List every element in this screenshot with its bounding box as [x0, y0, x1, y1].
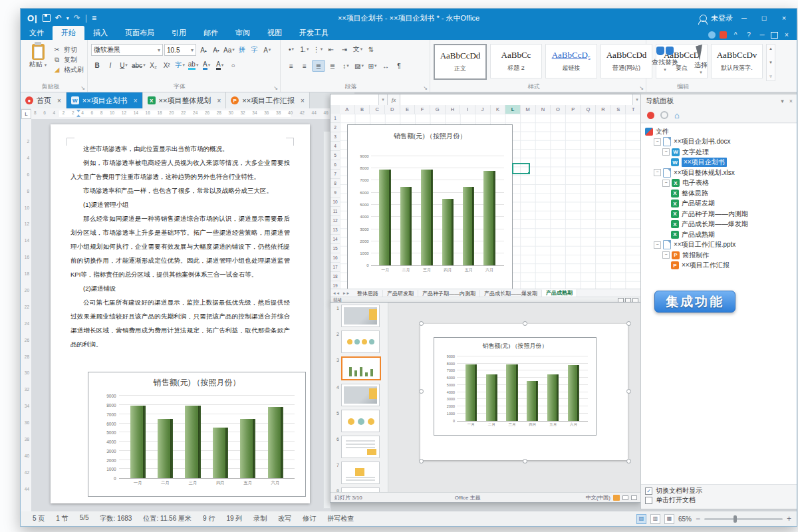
- status-item[interactable]: 改写: [278, 514, 291, 523]
- format-painter-button[interactable]: ◢格式刷: [53, 65, 84, 74]
- column-header-R[interactable]: R: [596, 105, 611, 114]
- selection-handle[interactable]: [626, 459, 631, 464]
- undo-icon[interactable]: ↶: [55, 13, 62, 23]
- paste-button[interactable]: 粘贴 ▾: [25, 44, 51, 69]
- text-highlight-icon[interactable]: ab▾: [188, 60, 200, 70]
- tree-item[interactable]: −××项目企划书.docx: [641, 137, 797, 148]
- slide-thumbnail-2[interactable]: 2: [334, 331, 385, 353]
- help-icon[interactable]: ?: [744, 31, 753, 39]
- tree-item[interactable]: W××项目企划书: [641, 158, 797, 168]
- collapse-node-icon[interactable]: −: [654, 241, 661, 249]
- tree-item[interactable]: −××项目工作汇报.pptx: [641, 240, 797, 251]
- notes-icon[interactable]: [613, 495, 620, 501]
- zoom-in-icon[interactable]: +: [787, 514, 791, 523]
- slide-thumbnail-3[interactable]: 3: [334, 356, 385, 380]
- sales-chart-word[interactable]: 销售额(元) （按照月份）010002000300040005000600070…: [88, 372, 306, 497]
- bold-icon[interactable]: B: [91, 60, 103, 70]
- row-header-6[interactable]: 6: [331, 160, 340, 170]
- sheet-tab-产品研发期[interactable]: 产品研发期: [383, 290, 418, 297]
- shading-icon[interactable]: ▨▾: [353, 61, 365, 71]
- selected-cell[interactable]: [512, 163, 530, 174]
- row-header-1[interactable]: 1: [331, 114, 340, 123]
- column-header-M[interactable]: M: [521, 105, 536, 114]
- status-item[interactable]: 录制: [253, 514, 267, 523]
- nav-close-icon[interactable]: ×: [789, 98, 793, 104]
- row-header-4[interactable]: 4: [331, 142, 340, 151]
- tree-item-label[interactable]: 产品种子期——内测期: [682, 209, 748, 219]
- column-header-Q[interactable]: Q: [581, 105, 597, 114]
- column-headers[interactable]: ABCDEFGHIJKLMNOPQRST: [340, 105, 641, 114]
- column-header-T[interactable]: T: [626, 105, 641, 114]
- borders-icon[interactable]: ⊞▾: [366, 61, 378, 71]
- ribbon-tab-邮件[interactable]: 邮件: [195, 26, 227, 40]
- nav-option[interactable]: ✓切换文档时显示: [645, 486, 793, 495]
- tree-item[interactable]: −××项目整体规划.xlsx: [641, 168, 797, 178]
- char-shading-icon[interactable]: A▾: [214, 60, 226, 70]
- tree-item-label[interactable]: 产品成熟期: [682, 230, 715, 239]
- slide-thumbnail-6[interactable]: 6: [334, 436, 385, 458]
- zoom-out-icon[interactable]: −: [696, 514, 700, 523]
- zoom-slider-thumb[interactable]: [733, 515, 737, 523]
- slide-thumbnail-1[interactable]: 1: [334, 305, 385, 327]
- close-tab-icon[interactable]: ×: [57, 97, 61, 104]
- ribbon-tab-视图[interactable]: 视图: [259, 26, 291, 40]
- share-icon[interactable]: [708, 31, 716, 39]
- styles-dialog-launcher[interactable]: ↘: [639, 85, 644, 91]
- char-border-icon[interactable]: 字: [249, 45, 261, 55]
- ribbon-tab-插入[interactable]: 插入: [84, 26, 116, 40]
- column-header-E[interactable]: E: [400, 105, 416, 114]
- tree-item-label[interactable]: ××项目工作汇报: [682, 261, 730, 270]
- clipboard-dialog-launcher[interactable]: ↘: [80, 85, 85, 91]
- row-header-2[interactable]: 2: [331, 123, 340, 132]
- column-header-I[interactable]: I: [460, 105, 475, 114]
- paragraph-dialog-launcher[interactable]: ↘: [423, 85, 428, 91]
- row-header-12[interactable]: 12: [331, 216, 340, 225]
- selection-handle[interactable]: [523, 459, 527, 464]
- tree-item-label[interactable]: 简报制作: [682, 251, 709, 260]
- checkbox-icon[interactable]: ✓: [645, 487, 652, 495]
- tree-item[interactable]: X产品研发期: [641, 199, 797, 209]
- document-tab-ppt[interactable]: P××项目工作汇报×: [226, 92, 310, 108]
- column-header-N[interactable]: N: [536, 105, 551, 114]
- row-header-9[interactable]: 9: [331, 188, 340, 198]
- row-header-7[interactable]: 7: [331, 170, 340, 179]
- asian-layout-icon[interactable]: 文▾: [352, 44, 364, 55]
- activity-icon[interactable]: [720, 31, 727, 39]
- close-tab-icon[interactable]: ×: [217, 97, 221, 104]
- login-status[interactable]: 未登录: [711, 13, 733, 23]
- status-item[interactable]: 修订: [303, 514, 316, 523]
- row-header-16[interactable]: 16: [331, 253, 340, 263]
- page-setup-icon[interactable]: ↔: [380, 61, 392, 71]
- collapse-node-icon[interactable]: −: [654, 138, 661, 146]
- strikethrough-icon[interactable]: abc▾: [131, 60, 146, 70]
- status-item[interactable]: 5/5: [80, 514, 89, 523]
- tree-item-label[interactable]: 文字处理: [682, 148, 709, 157]
- ppt-view-sorter-icon[interactable]: [631, 495, 637, 500]
- column-header-C[interactable]: C: [370, 105, 385, 114]
- subscript-icon[interactable]: X₂: [148, 60, 160, 70]
- tree-item[interactable]: −P简报制作: [641, 250, 797, 261]
- zoom-slider[interactable]: [704, 518, 783, 520]
- tree-item-label[interactable]: ××项目整体规划.xlsx: [674, 168, 735, 178]
- status-item[interactable]: 1 节: [56, 514, 68, 523]
- current-slide[interactable]: 销售额(元) （按照月份）010002000300040005000600070…: [420, 324, 628, 460]
- row-header-17[interactable]: 17: [331, 263, 340, 272]
- collapse-ribbon-icon[interactable]: ^: [731, 31, 740, 39]
- formula-input[interactable]: [400, 94, 632, 105]
- status-item[interactable]: 拼写检查: [327, 514, 354, 523]
- sales-chart-ppt[interactable]: 销售额(元) （按照月份）010002000300040005000600070…: [434, 337, 597, 436]
- clear-formatting-icon[interactable]: ○: [227, 60, 239, 70]
- row-headers[interactable]: 1234567891011121314151617181920: [331, 114, 340, 289]
- row-header-5[interactable]: 5: [331, 151, 340, 160]
- view-web-icon[interactable]: ▥: [650, 514, 660, 524]
- column-header-L[interactable]: L: [505, 105, 521, 114]
- document-page[interactable]: 这些市场渗透率，由此位置显示出当前市场的概况。例如，市场渗透率被电商经营人员视为…: [51, 124, 310, 503]
- row-header-15[interactable]: 15: [331, 244, 340, 253]
- slide-thumbnail-4[interactable]: 4: [334, 384, 385, 406]
- document-tab-excel[interactable]: X××项目整体规划×: [143, 92, 227, 108]
- tree-item[interactable]: −X电子表格: [641, 178, 797, 189]
- column-header-J[interactable]: J: [475, 105, 491, 114]
- row-header-13[interactable]: 13: [331, 225, 340, 235]
- nav-home-icon[interactable]: ⌂: [674, 112, 680, 119]
- ribbon-tab-文件[interactable]: 文件: [21, 26, 53, 40]
